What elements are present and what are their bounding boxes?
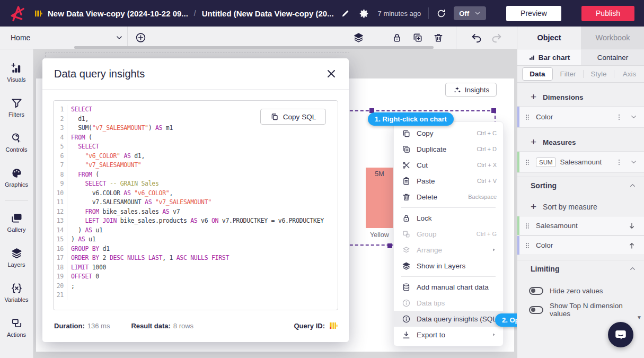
- line-number: 20: [54, 282, 67, 291]
- sidebar-item-actions[interactable]: Actions: [0, 311, 33, 344]
- variables-icon: [11, 282, 23, 294]
- menu-item-duplicate[interactable]: DuplicateCtrl + D: [394, 141, 503, 157]
- kebab-menu-icon[interactable]: [615, 113, 623, 121]
- line-number: 12: [54, 207, 67, 217]
- chip-salesamount[interactable]: SUMSalesamount: [517, 151, 644, 173]
- help-chat-button[interactable]: [608, 322, 633, 347]
- settings-gear-icon[interactable]: [359, 8, 369, 19]
- arrange-icon: [402, 246, 411, 255]
- sql-line: 6 "v6_COLOR" AS d1,: [54, 152, 338, 161]
- insights-button[interactable]: Insights: [445, 83, 497, 97]
- tab-workbook[interactable]: Workbook: [581, 27, 644, 49]
- menu-item-lock[interactable]: Lock: [394, 210, 503, 226]
- sort-ascending-icon[interactable]: [628, 241, 636, 250]
- toggle-switch[interactable]: [529, 306, 543, 314]
- horizontal-scrollbar[interactable]: [74, 46, 434, 49]
- query-id-brand-icon: [329, 321, 338, 330]
- line-number: 2: [54, 115, 67, 124]
- sidebar-item-label: Visuals: [7, 76, 25, 83]
- add-dimensions-button[interactable]: +Dimensions: [517, 89, 644, 105]
- tab-style[interactable]: Style: [583, 70, 614, 78]
- menu-item-group[interactable]: GroupCtrl + G: [394, 226, 503, 242]
- add-label: Measures: [543, 138, 576, 146]
- menu-item-delete[interactable]: DeleteBackspace: [394, 189, 503, 205]
- topbar-divider: [428, 7, 429, 19]
- selection-handle[interactable]: [491, 108, 496, 113]
- add-measures-button[interactable]: +Measures: [517, 134, 644, 150]
- sidebar-item-variables[interactable]: Variables: [0, 276, 33, 309]
- duplicate-toolbar-icon[interactable]: [412, 27, 423, 49]
- copy-sql-button[interactable]: Copy SQL: [260, 109, 326, 125]
- kebab-menu-icon[interactable]: [615, 159, 623, 166]
- panel-scroll-arrow[interactable]: ▼: [637, 315, 642, 320]
- chip-color[interactable]: Color: [517, 106, 644, 128]
- rename-pencil-icon[interactable]: [341, 9, 350, 18]
- sidebar-item-graphics[interactable]: Graphics: [0, 161, 33, 194]
- sort-descending-icon[interactable]: [628, 222, 636, 230]
- menu-item-export-to[interactable]: Export to: [394, 327, 503, 343]
- drag-handle-icon[interactable]: [524, 242, 531, 249]
- sidebar-item-layers[interactable]: Layers: [0, 241, 33, 274]
- tab-data[interactable]: Data: [522, 67, 553, 81]
- lock-toolbar-icon[interactable]: [392, 27, 402, 49]
- delete-toolbar-icon[interactable]: [433, 27, 444, 49]
- menu-item-paste[interactable]: PasteCtrl + V: [394, 173, 503, 189]
- toggle-switch[interactable]: [529, 287, 543, 295]
- sql-line-code: LEFT JOIN bike_sales.products AS v6 ON v…: [67, 216, 324, 226]
- drag-handle-icon[interactable]: [524, 159, 531, 166]
- home-dropdown[interactable]: Home: [11, 27, 30, 49]
- sql-line: 12 FROM bike_sales.sales AS v7: [54, 207, 338, 217]
- copy-icon: [402, 129, 411, 138]
- sql-line: 13 LEFT JOIN bike_sales.products AS v6 O…: [54, 216, 338, 226]
- preview-button[interactable]: Preview: [506, 6, 561, 21]
- undo-icon[interactable]: [471, 27, 482, 49]
- menu-item-arrange[interactable]: Arrange: [394, 242, 503, 258]
- section-limiting[interactable]: Limiting: [517, 260, 644, 277]
- sidebar-item-gallery[interactable]: Gallery: [0, 206, 33, 239]
- home-chevron-icon[interactable]: [116, 27, 123, 49]
- tab-axis[interactable]: Axis: [614, 70, 644, 78]
- sidebar-item-label: Gallery: [7, 226, 26, 233]
- menu-item-cut[interactable]: CutCtrl + X: [394, 157, 503, 173]
- visuals-icon: [11, 62, 23, 74]
- layers-toolbar-icon[interactable]: [353, 27, 364, 49]
- menu-item-add-manual-chart-data[interactable]: Add manual chart data: [394, 279, 503, 295]
- collapse-chevron-icon[interactable]: [629, 265, 636, 272]
- redo-icon[interactable]: [491, 27, 502, 49]
- menu-item-data-tips[interactable]: Data tips: [394, 295, 503, 311]
- chevron-down-icon[interactable]: [630, 159, 637, 165]
- tab-object[interactable]: Object: [517, 27, 581, 49]
- auto-refresh-dropdown[interactable]: Off: [454, 6, 486, 20]
- menu-item-data-query-insights-sql[interactable]: Data query insights (SQL): [394, 311, 503, 327]
- collapse-chevron-icon[interactable]: [629, 182, 636, 189]
- app-logo-icon[interactable]: [8, 5, 26, 22]
- menu-item-copy[interactable]: CopyCtrl + C: [394, 125, 503, 141]
- publish-button[interactable]: Publish: [581, 6, 634, 21]
- tab-container[interactable]: Container: [581, 49, 644, 65]
- line-number: 3: [54, 124, 67, 133]
- chip-salesamount[interactable]: Salesamount: [517, 216, 644, 235]
- section-sorting[interactable]: Sorting: [517, 177, 644, 194]
- chip-color[interactable]: Color: [517, 235, 644, 255]
- sidebar-item-label: Filters: [8, 111, 24, 118]
- sidebar-item-filters[interactable]: Filters: [0, 91, 33, 124]
- drag-handle-icon[interactable]: [524, 113, 531, 121]
- menu-shortcut: Ctrl + X: [477, 162, 497, 168]
- selection-handle[interactable]: [387, 243, 392, 248]
- chevron-down-icon[interactable]: [630, 113, 637, 120]
- sql-line: 5 SELECT: [54, 142, 338, 152]
- aggregation-badge[interactable]: SUM: [536, 158, 556, 167]
- close-icon[interactable]: [325, 68, 337, 80]
- sidebar-item-controls[interactable]: Controls: [0, 126, 33, 159]
- drag-handle-icon[interactable]: [524, 222, 531, 230]
- menu-item-show-in-layers[interactable]: Show in Layers: [394, 258, 503, 274]
- add-item-icon[interactable]: [135, 27, 146, 49]
- tab-bar-chart[interactable]: Bar chart: [517, 49, 581, 65]
- add-sort-by-measure-button[interactable]: +Sort by measure: [517, 199, 644, 215]
- sql-line: 17ORDER BY 2 DESC NULLS LAST, 1 ASC NULL…: [54, 254, 338, 263]
- chip-accent: [517, 216, 519, 235]
- refresh-icon[interactable]: [436, 8, 446, 19]
- sidebar-item-visuals[interactable]: Visuals: [0, 56, 33, 89]
- tab-filter[interactable]: Filter: [553, 70, 583, 78]
- chip-label: Color: [536, 113, 553, 121]
